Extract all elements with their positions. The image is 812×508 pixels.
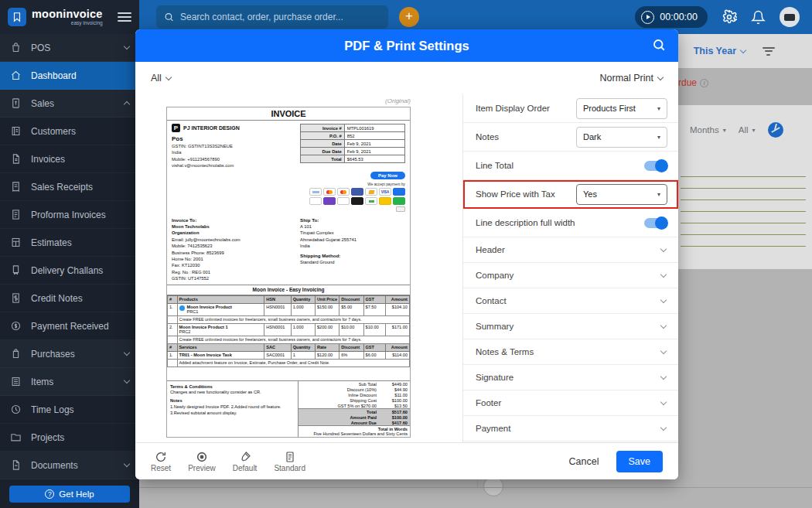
modal-search-icon[interactable] — [652, 38, 666, 52]
ship-to-line: A 101 — [300, 223, 405, 230]
sidebar-item-delivery-challans[interactable]: Delivery Challans — [0, 257, 139, 285]
sidebar-item-payment-received[interactable]: Payment Received — [0, 312, 139, 340]
product-desc-row: Create FREE unlimited invoices for freel… — [168, 336, 410, 343]
search-input[interactable] — [180, 12, 380, 22]
section-contact[interactable]: Contact — [463, 288, 678, 314]
section-company[interactable]: Company — [463, 263, 678, 288]
sidebar-item-estimates[interactable]: Estimates — [0, 229, 139, 257]
app-subtitle: easy invoicing — [32, 21, 103, 26]
purchase-bag-icon — [10, 348, 22, 360]
products-header: Products — [177, 295, 264, 303]
months-dropdown[interactable]: Months▾ — [690, 125, 726, 135]
meta-value: $645.53 — [344, 155, 404, 163]
standard-button[interactable]: Standard — [274, 451, 305, 472]
section-notes-terms[interactable]: Notes & Terms — [463, 339, 678, 365]
app-logo: mooninvoice easy invoicing — [0, 0, 139, 34]
sidebar-item-sales-receipts[interactable]: Sales Receipts — [0, 173, 139, 201]
product-icon — [179, 305, 185, 311]
save-button[interactable]: Save — [616, 451, 664, 472]
sidebar-item-time-logs[interactable]: Time Logs — [0, 396, 139, 424]
meta-label: Date — [301, 140, 345, 148]
hamburger-menu-icon[interactable] — [118, 10, 131, 24]
terms-line: Changes and new functionality consider a… — [170, 390, 295, 396]
ship-to-line: Tirupati Complex — [300, 230, 405, 236]
notes-line: 3.Revised subtotal amount display. — [170, 411, 295, 417]
services-header: GST — [363, 343, 385, 351]
setting-line-total: Line Total — [463, 152, 678, 180]
line-total-toggle[interactable] — [644, 161, 667, 171]
timer-widget[interactable]: 00:00:00 — [635, 6, 708, 28]
section-payment[interactable]: Payment — [463, 416, 678, 442]
setting-notes: Notes Dark▾ — [463, 123, 678, 152]
user-avatar[interactable] — [780, 7, 800, 27]
pie-chart-icon[interactable] — [768, 122, 783, 138]
meta-value: Feb 9, 2021 — [344, 148, 404, 155]
sidebar-item-label: Sales Receipts — [31, 182, 93, 193]
setting-item-display-order: Item Display Order Products First▾ — [463, 94, 678, 123]
clock-icon — [10, 404, 22, 415]
line-description-full-width-toggle[interactable] — [644, 218, 667, 228]
products-header: HSN — [264, 295, 291, 303]
notes-select[interactable]: Dark▾ — [576, 127, 667, 148]
brush-icon — [239, 451, 251, 463]
sidebar-item-label: Items — [31, 377, 53, 387]
sidebar-item-label: Documents — [31, 460, 78, 471]
overdue-label: rdue i — [678, 77, 708, 88]
section-header[interactable]: Header — [463, 237, 678, 263]
sidebar-item-sales[interactable]: Sales — [0, 90, 139, 118]
sidebar-item-customers[interactable]: Customers — [0, 118, 139, 145]
sidebar-item-dashboard[interactable]: Dashboard — [0, 62, 139, 90]
services-header: Quantity — [291, 343, 315, 351]
sidebar-item-projects[interactable]: Projects — [0, 424, 139, 452]
chart-gridlines — [681, 176, 806, 257]
period-filter-dropdown[interactable]: This Year — [694, 46, 745, 56]
delivery-document-icon — [10, 264, 22, 276]
select-value: Yes — [583, 189, 597, 199]
play-icon[interactable] — [641, 11, 654, 24]
setting-label: Item Display Order — [476, 104, 550, 113]
sidebar-item-invoices[interactable]: Invoices — [0, 145, 139, 173]
sidebar-item-proforma-invoices[interactable]: Proforma Invoices — [0, 201, 139, 229]
product-description: Create FREE unlimited invoices for freel… — [177, 336, 409, 343]
bell-icon[interactable] — [751, 10, 766, 25]
products-header: Amount — [385, 295, 409, 303]
sidebar-item-credit-notes[interactable]: Credit Notes — [0, 285, 139, 312]
estimate-document-icon — [10, 237, 22, 248]
chevron-down-icon — [660, 347, 667, 353]
sidebar-item-pos[interactable]: POS — [0, 34, 139, 62]
payment-coin-icon — [10, 320, 22, 332]
product-desc-row: Create FREE unlimited invoices for freel… — [168, 315, 410, 323]
setting-label: Line description full width — [476, 218, 575, 227]
cancel-button[interactable]: Cancel — [569, 456, 599, 467]
home-icon — [10, 70, 22, 81]
filter-icon[interactable] — [763, 45, 775, 57]
pay-now-button[interactable]: Pay Now — [370, 172, 405, 179]
sidebar-item-items[interactable]: Items — [0, 368, 139, 396]
print-mode-dropdown[interactable]: Normal Print — [600, 73, 663, 84]
show-price-with-tax-select[interactable]: Yes▾ — [576, 184, 667, 205]
preview-button[interactable]: Preview — [188, 451, 216, 472]
shipping-method-value: Standard Ground — [300, 259, 405, 265]
section-summary[interactable]: Summary — [463, 314, 678, 339]
question-icon: ? — [45, 489, 54, 499]
product-row: 1. Moon Invoice ProductPRC1 HSN0001 1.00… — [168, 303, 410, 315]
reset-button[interactable]: Reset — [151, 451, 171, 472]
payment-badge-card — [351, 188, 363, 196]
address-book-icon — [10, 125, 22, 137]
get-help-button[interactable]: ? Get Help — [9, 486, 130, 503]
default-button[interactable]: Default — [233, 451, 258, 472]
payment-badge-stripe — [337, 197, 350, 205]
section-footer[interactable]: Footer — [463, 390, 678, 416]
services-header: Rate — [315, 343, 339, 351]
all-dropdown[interactable]: All▾ — [739, 125, 756, 135]
item-display-order-select[interactable]: Products First▾ — [576, 98, 667, 119]
add-new-button[interactable]: + — [399, 7, 419, 27]
gear-icon[interactable] — [722, 9, 737, 25]
section-signature[interactable]: Signature — [463, 365, 678, 390]
sidebar-item-documents[interactable]: Documents — [0, 452, 139, 479]
sidebar-item-purchases[interactable]: Purchases — [0, 340, 139, 368]
payment-badge-pay — [393, 188, 405, 196]
product-code: PRC2 — [179, 329, 191, 334]
payment-method-icons-row2 — [300, 197, 405, 205]
template-filter-dropdown[interactable]: All — [151, 73, 171, 84]
